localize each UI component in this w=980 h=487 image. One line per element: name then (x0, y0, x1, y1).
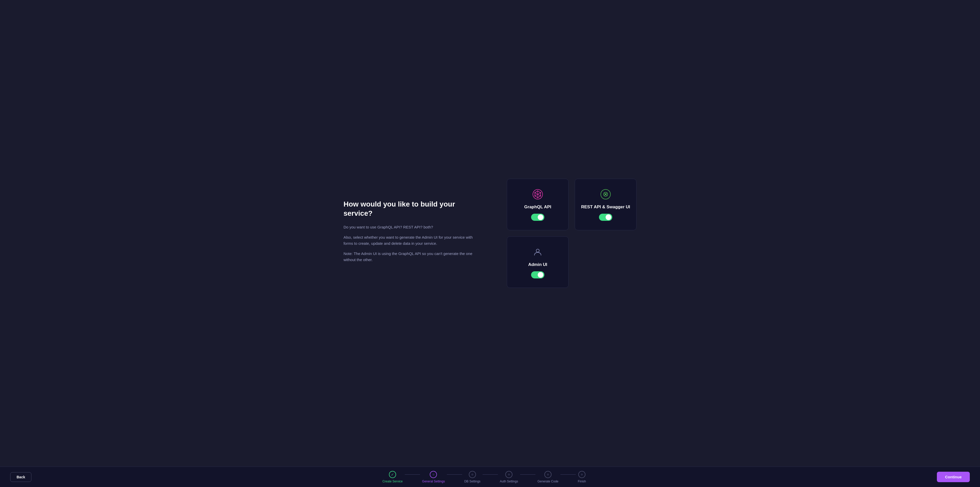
graphql-api-toggle[interactable] (531, 214, 544, 221)
step-item-auth-settings: ○ Auth Settings (500, 471, 518, 483)
step-general-settings: ○ General Settings (422, 471, 445, 483)
step-connector-2 (447, 474, 462, 475)
step-finish: ○ Finish (578, 471, 586, 483)
step-connector-4 (520, 474, 535, 475)
step-circle-3: ○ (469, 471, 476, 478)
right-panel: GraphQL API REST API & Swagger UI (507, 179, 636, 288)
left-panel: How would you like to build your service… (344, 200, 476, 267)
graphql-api-toggle-container (531, 214, 544, 221)
step-circle-6: ○ (578, 471, 585, 478)
step-circle-5: ○ (544, 471, 552, 478)
admin-ui-title: Admin UI (528, 262, 547, 267)
step-auth-settings: ○ Auth Settings (500, 471, 518, 483)
step-circle-4: ○ (505, 471, 512, 478)
step-connector-1 (405, 474, 420, 475)
step-label-2: General Settings (422, 480, 445, 483)
check-icon-1: ✓ (391, 473, 394, 477)
svg-point-6 (540, 192, 541, 193)
admin-ui-toggle-container (531, 271, 544, 278)
rest-icon (600, 188, 612, 200)
rest-api-title: REST API & Swagger UI (581, 205, 630, 209)
step-item-create-service: ✓ Create Service (382, 471, 402, 483)
description-2: Also, select whether you want to generat… (344, 234, 476, 247)
step-item-generate-code: ○ Generate Code (538, 471, 558, 483)
admin-ui-toggle[interactable] (531, 271, 544, 278)
continue-button[interactable]: Continue (937, 472, 970, 482)
step-create-service: ✓ Create Service (382, 471, 402, 483)
graphql-icon (531, 188, 544, 200)
step-label-5: Generate Code (538, 480, 558, 483)
admin-icon (531, 246, 544, 258)
rest-api-toggle-container (599, 214, 612, 221)
graphql-api-card[interactable]: GraphQL API (507, 179, 569, 230)
admin-ui-card[interactable]: Admin UI (507, 236, 569, 288)
step-number-2: ○ (433, 473, 434, 476)
step-number-4: ○ (508, 473, 510, 476)
rest-api-card[interactable]: REST API & Swagger UI (575, 179, 636, 230)
svg-point-8 (537, 197, 538, 198)
svg-point-9 (535, 195, 535, 197)
step-db-settings: ○ DB Settings (464, 471, 480, 483)
page-heading: How would you like to build your service… (344, 200, 476, 218)
svg-point-5 (537, 190, 538, 192)
svg-point-13 (605, 194, 606, 195)
main-content: How would you like to build your service… (0, 0, 980, 466)
step-connector-3 (483, 474, 498, 475)
step-circle-1: ✓ (389, 471, 396, 478)
step-number-3: ○ (471, 473, 473, 476)
step-number-6: ○ (581, 473, 583, 476)
step-label-6: Finish (578, 480, 586, 483)
step-connector-5 (560, 474, 576, 475)
description-3: Note: The Admin UI is using the GraphQL … (344, 251, 476, 263)
stepper: ✓ Create Service ○ General Settings ○ D (382, 471, 586, 483)
back-button[interactable]: Back (10, 472, 32, 482)
description-1: Do you want to use GraphQL API? REST API… (344, 224, 476, 230)
step-label-3: DB Settings (464, 480, 480, 483)
step-number-5: ○ (547, 473, 549, 476)
step-item-finish: ○ Finish (578, 471, 586, 483)
svg-point-14 (536, 249, 539, 252)
step-item-db-settings: ○ DB Settings (464, 471, 480, 483)
step-label-4: Auth Settings (500, 480, 518, 483)
graphql-api-title: GraphQL API (524, 205, 551, 209)
svg-point-7 (540, 195, 541, 197)
step-label-1: Create Service (382, 480, 402, 483)
step-item-general-settings: ○ General Settings (422, 471, 445, 483)
svg-point-10 (535, 192, 535, 193)
rest-api-toggle[interactable] (599, 214, 612, 221)
step-generate-code: ○ Generate Code (538, 471, 558, 483)
step-circle-2: ○ (430, 471, 437, 478)
bottom-bar: Back ✓ Create Service ○ General Settings (0, 466, 980, 487)
